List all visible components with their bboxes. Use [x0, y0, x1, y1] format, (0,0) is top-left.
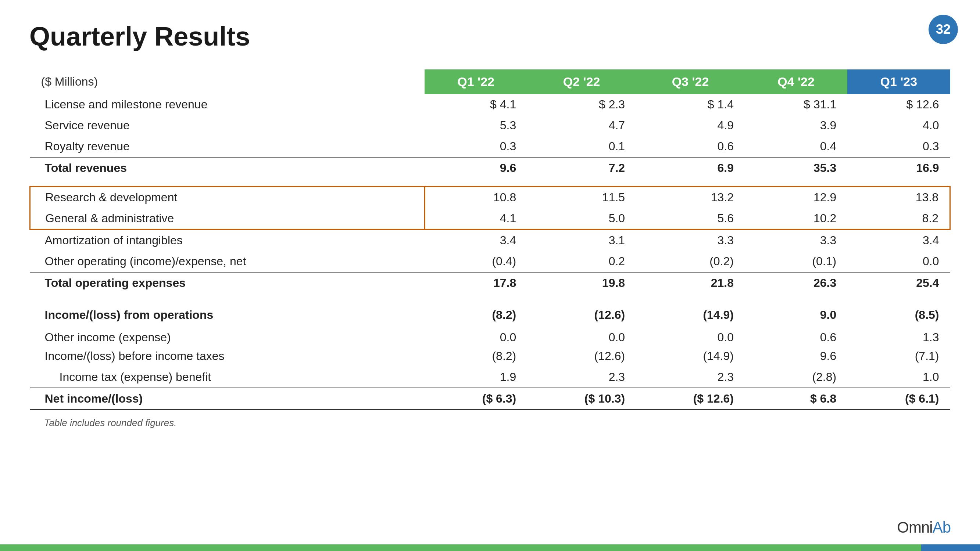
row-value: 11.5: [527, 187, 636, 208]
row-value: 4.1: [425, 208, 527, 230]
row-value: ($ 6.3): [425, 388, 527, 410]
table-header-row: ($ Millions) Q1 '22 Q2 '22 Q3 '22 Q4 '22…: [30, 70, 950, 94]
row-value: (7.1): [847, 346, 950, 367]
row-value: (2.8): [745, 367, 847, 388]
row-value: 7.2: [527, 157, 636, 178]
row-value: 1.9: [425, 367, 527, 388]
row-value: ($ 10.3): [527, 388, 636, 410]
row-value: 13.2: [636, 187, 745, 208]
row-label: Research & development: [30, 187, 425, 208]
table-row: Other income (expense)0.00.00.00.61.3: [30, 323, 950, 346]
row-value: (0.2): [636, 251, 745, 272]
row-value: 0.0: [847, 251, 950, 272]
bottom-bar: [0, 545, 980, 551]
q4-22-header: Q4 '22: [745, 70, 847, 94]
row-value: 0.3: [847, 136, 950, 157]
row-label: Other income (expense): [30, 323, 425, 346]
page-number: 32: [929, 15, 958, 44]
row-value: 9.0: [745, 301, 847, 323]
row-label: Income/(loss) from operations: [30, 301, 425, 323]
row-value: (12.6): [527, 301, 636, 323]
row-label: Income tax (expense) benefit: [30, 367, 425, 388]
row-value: (14.9): [636, 346, 745, 367]
row-label: Other operating (income)/expense, net: [30, 251, 425, 272]
row-value: ($ 6.1): [847, 388, 950, 410]
logo-part1: Omni: [897, 519, 932, 536]
row-label: Net income/(loss): [30, 388, 425, 410]
q1-23-header: Q1 '23: [847, 70, 950, 94]
row-label: Service revenue: [30, 115, 425, 136]
table-row: Amortization of intangibles3.43.13.33.33…: [30, 230, 950, 251]
row-value: 3.3: [745, 230, 847, 251]
row-value: 3.1: [527, 230, 636, 251]
logo-part2: Ab: [932, 519, 951, 536]
row-value: 5.3: [425, 115, 527, 136]
table-row: Total operating expenses17.819.821.826.3…: [30, 272, 950, 294]
row-value: (12.6): [527, 346, 636, 367]
row-value: (14.9): [636, 301, 745, 323]
row-value: (8.5): [847, 301, 950, 323]
row-label: Royalty revenue: [30, 136, 425, 157]
row-value: 0.0: [425, 323, 527, 346]
row-value: 0.4: [745, 136, 847, 157]
row-value: 26.3: [745, 272, 847, 294]
row-value: 0.6: [636, 136, 745, 157]
row-label: Total operating expenses: [30, 272, 425, 294]
row-value: 0.3: [425, 136, 527, 157]
page-title: Quarterly Results: [29, 22, 951, 51]
row-value: 10.8: [425, 187, 527, 208]
row-value: 0.0: [527, 323, 636, 346]
table-row: Income/(loss) from operations(8.2)(12.6)…: [30, 301, 950, 323]
row-value: $ 1.4: [636, 94, 745, 115]
row-value: 4.7: [527, 115, 636, 136]
row-value: 25.4: [847, 272, 950, 294]
row-value: 9.6: [425, 157, 527, 178]
spacer-row: [30, 178, 950, 187]
row-value: 2.3: [527, 367, 636, 388]
table-row: Income tax (expense) benefit1.92.32.3(2.…: [30, 367, 950, 388]
row-label: License and milestone revenue: [30, 94, 425, 115]
table-row: Service revenue5.34.74.93.94.0: [30, 115, 950, 136]
row-label: Amortization of intangibles: [30, 230, 425, 251]
row-value: $ 2.3: [527, 94, 636, 115]
row-value: 21.8: [636, 272, 745, 294]
financial-table: ($ Millions) Q1 '22 Q2 '22 Q3 '22 Q4 '22…: [29, 70, 951, 410]
row-value: 3.3: [636, 230, 745, 251]
table-row: Net income/(loss)($ 6.3)($ 10.3)($ 12.6)…: [30, 388, 950, 410]
row-value: 1.3: [847, 323, 950, 346]
row-value: 4.0: [847, 115, 950, 136]
row-value: 35.3: [745, 157, 847, 178]
page-container: 32 Quarterly Results ($ Millions) Q1 '22…: [0, 0, 980, 551]
row-value: 19.8: [527, 272, 636, 294]
row-value: (0.1): [745, 251, 847, 272]
table-row: Research & development10.811.513.212.913…: [30, 187, 950, 208]
row-value: $ 31.1: [745, 94, 847, 115]
table-row: Other operating (income)/expense, net(0.…: [30, 251, 950, 272]
q1-22-header: Q1 '22: [425, 70, 527, 94]
row-value: 3.9: [745, 115, 847, 136]
row-value: 0.0: [636, 323, 745, 346]
table-row: Income/(loss) before income taxes(8.2)(1…: [30, 346, 950, 367]
millions-header: ($ Millions): [30, 70, 425, 94]
row-value: $ 6.8: [745, 388, 847, 410]
row-value: 8.2: [847, 208, 950, 230]
row-value: 9.6: [745, 346, 847, 367]
q3-22-header: Q3 '22: [636, 70, 745, 94]
row-label: Income/(loss) before income taxes: [30, 346, 425, 367]
q2-22-header: Q2 '22: [527, 70, 636, 94]
row-value: 3.4: [847, 230, 950, 251]
row-value: $ 12.6: [847, 94, 950, 115]
row-value: 13.8: [847, 187, 950, 208]
row-value: 3.4: [425, 230, 527, 251]
table-row: General & administrative4.15.05.610.28.2: [30, 208, 950, 230]
omniab-logo: OmniAb: [897, 519, 951, 536]
row-value: (8.2): [425, 301, 527, 323]
table-row: License and milestone revenue$ 4.1$ 2.3$…: [30, 94, 950, 115]
row-value: 5.6: [636, 208, 745, 230]
row-value: 0.2: [527, 251, 636, 272]
row-value: 17.8: [425, 272, 527, 294]
row-value: 0.6: [745, 323, 847, 346]
bottom-bar-blue: [921, 545, 980, 551]
row-value: $ 4.1: [425, 94, 527, 115]
row-value: ($ 12.6): [636, 388, 745, 410]
